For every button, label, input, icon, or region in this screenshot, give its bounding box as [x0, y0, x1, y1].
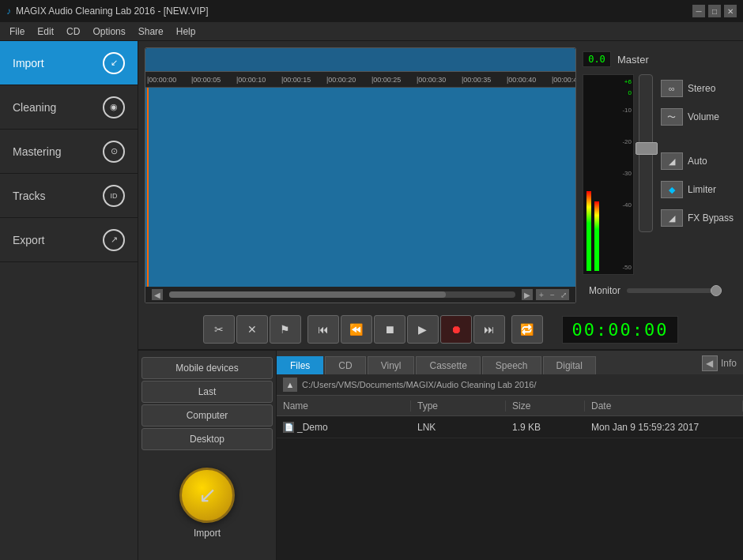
- stereo-label: Stereo: [688, 83, 715, 94]
- zoom-in-btn[interactable]: +: [536, 289, 547, 300]
- file-browser: Files CD Vinyl Cassette Speech Digital ◀…: [277, 351, 743, 560]
- close-button[interactable]: ✕: [724, 5, 737, 17]
- fullscreen-btn[interactable]: ⤢: [558, 289, 569, 300]
- time-display: 00:00:00: [562, 316, 679, 344]
- import-label: Import: [194, 528, 221, 539]
- sidebar-item-cleaning[interactable]: Cleaning ◉: [0, 85, 138, 130]
- timeline-marker: |00:00:25: [372, 76, 401, 84]
- master-fader-thumb[interactable]: [636, 142, 658, 155]
- sidebar-item-tracks[interactable]: Tracks ID: [0, 174, 138, 218]
- file-name: _Demo: [297, 422, 328, 433]
- path-up-btn[interactable]: ▲: [283, 378, 297, 392]
- flag-btn[interactable]: ⚑: [270, 315, 301, 344]
- transport-group-tools: ✂ ✕ ⚑: [203, 315, 301, 344]
- import-icon-circle[interactable]: ↙: [179, 468, 235, 523]
- timeline-marker: |00:00:15: [281, 76, 311, 84]
- stereo-btn[interactable]: ∞ Stereo: [658, 77, 737, 100]
- last-btn[interactable]: Last: [141, 381, 273, 403]
- volume-btn[interactable]: 〜 Volume: [658, 106, 737, 128]
- fxbypass-icon: ◢: [661, 209, 683, 227]
- timeline-marker: |00:00:10: [236, 76, 266, 84]
- sidebar-item-import[interactable]: Import ↙: [0, 41, 138, 85]
- limiter-btn[interactable]: ◆ Limiter: [658, 179, 737, 201]
- scrollbar-thumb[interactable]: [169, 291, 446, 298]
- export-icon: ↗: [103, 229, 125, 251]
- col-name: Name: [277, 400, 411, 412]
- waveform-canvas[interactable]: [145, 88, 575, 287]
- bottom-panel: Mobile devices Last Computer Desktop ↙ I…: [138, 349, 743, 560]
- menu-item-help[interactable]: Help: [170, 24, 202, 39]
- volume-icon: 〜: [661, 108, 683, 126]
- browser-tabs: Files CD Vinyl Cassette Speech Digital: [277, 351, 696, 374]
- record-btn[interactable]: ⏺: [440, 315, 472, 344]
- zoom-out-btn[interactable]: −: [547, 289, 558, 300]
- tab-cassette[interactable]: Cassette: [416, 356, 480, 374]
- master-fader-track[interactable]: [639, 74, 653, 232]
- computer-btn[interactable]: Computer: [141, 404, 273, 427]
- scrollbar-track[interactable]: [169, 291, 515, 298]
- auto-label: Auto: [688, 156, 707, 167]
- menu-item-file[interactable]: File: [3, 24, 31, 39]
- master-section: 0.0 Master +6 0 -10 -20 -30 -40 -50: [583, 47, 737, 303]
- tab-speech[interactable]: Speech: [482, 356, 541, 374]
- scissors-btn[interactable]: ✂: [203, 315, 235, 344]
- top-section: |00:00:00 |00:00:05 |00:00:10 |00:00:15 …: [138, 41, 743, 310]
- fxbypass-btn[interactable]: ◢ FX Bypass: [658, 207, 737, 229]
- stereo-icon: ∞: [661, 80, 683, 97]
- scroll-left-btn[interactable]: ◀: [152, 289, 163, 300]
- file-table-header: Name Type Size Date: [277, 396, 743, 416]
- transport-group-loop: 🔁: [511, 315, 543, 344]
- col-date: Date: [585, 400, 743, 412]
- file-list: 📄 _Demo LNK 1.9 KB Mon Jan 9 15:59:23 20…: [277, 416, 743, 560]
- app-icon: ♪: [6, 6, 11, 17]
- menu-item-edit[interactable]: Edit: [31, 24, 60, 39]
- auto-btn[interactable]: ◢ Auto: [658, 150, 737, 172]
- sidebar-label-import: Import: [13, 57, 44, 70]
- auto-icon: ◢: [661, 152, 683, 170]
- monitor-label: Monitor: [589, 285, 620, 296]
- transport-group-playback: ⏮ ⏪ ⏹ ▶ ⏺ ⏭: [307, 315, 505, 344]
- menu-item-cd[interactable]: CD: [60, 24, 86, 39]
- menu-item-share[interactable]: Share: [132, 24, 170, 39]
- sidebar-label-export: Export: [13, 234, 44, 246]
- maximize-button[interactable]: □: [708, 5, 721, 17]
- info-arrow-icon: ◀: [702, 355, 718, 371]
- tab-cd[interactable]: CD: [325, 356, 365, 374]
- tab-digital[interactable]: Digital: [543, 356, 596, 374]
- rewind-btn[interactable]: ⏪: [341, 315, 372, 344]
- file-type-cell: LNK: [411, 422, 506, 433]
- monitor-slider-thumb[interactable]: [711, 285, 722, 296]
- desktop-btn[interactable]: Desktop: [141, 428, 273, 450]
- timeline-marker: |00:00:20: [326, 76, 356, 84]
- info-btn[interactable]: ◀ Info: [696, 352, 743, 374]
- import-icon-area: ↙ Import: [141, 452, 273, 554]
- sidebar-item-mastering[interactable]: Mastering ⊙: [0, 130, 138, 174]
- file-row[interactable]: 📄 _Demo LNK 1.9 KB Mon Jan 9 15:59:23 20…: [277, 416, 743, 438]
- menu-item-options[interactable]: Options: [86, 24, 131, 39]
- loop-btn[interactable]: 🔁: [511, 315, 543, 344]
- fastforward-btn[interactable]: ⏭: [473, 315, 505, 344]
- monitor-section: Monitor: [583, 278, 737, 303]
- master-label: Master: [617, 54, 649, 66]
- info-label: Info: [721, 358, 737, 369]
- mobile-devices-btn[interactable]: Mobile devices: [141, 357, 273, 379]
- playhead: [147, 88, 149, 287]
- rewind-start-btn[interactable]: ⏮: [307, 315, 339, 344]
- tab-files[interactable]: Files: [277, 356, 323, 374]
- sidebar-item-export[interactable]: Export ↗: [0, 218, 138, 262]
- play-btn[interactable]: ▶: [407, 315, 439, 344]
- minimize-button[interactable]: ─: [692, 5, 705, 17]
- stop-btn[interactable]: ⏹: [374, 315, 405, 344]
- waveform-top: [145, 48, 575, 72]
- path-bar: ▲ C:/Users/VMS/Documents/MAGIX/Audio Cle…: [277, 374, 743, 396]
- master-controls: +6 0 -10 -20 -30 -40 -50: [583, 74, 737, 275]
- tab-vinyl[interactable]: Vinyl: [368, 356, 415, 374]
- limiter-icon: ◆: [661, 181, 683, 198]
- monitor-slider-track[interactable]: [627, 288, 722, 293]
- master-header: 0.0 Master: [583, 47, 737, 71]
- cut-btn[interactable]: ✕: [236, 315, 268, 344]
- fxbypass-label: FX Bypass: [688, 212, 734, 224]
- titlebar-left: ♪ MAGIX Audio Cleaning Lab 2016 - [NEW.V…: [6, 6, 208, 17]
- scroll-right-btn[interactable]: ▶: [522, 289, 533, 300]
- limiter-label: Limiter: [688, 184, 716, 195]
